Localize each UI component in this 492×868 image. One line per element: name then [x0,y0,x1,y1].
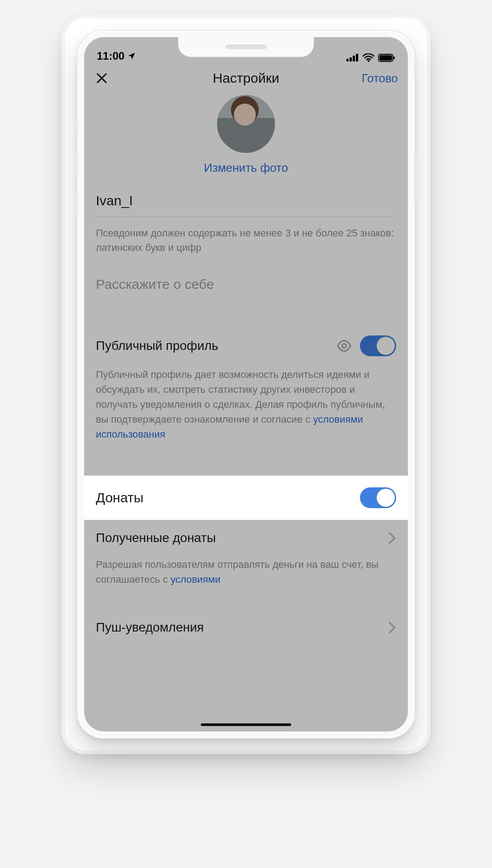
status-left: 11:00 [97,50,136,62]
device-side-button [75,117,78,135]
cellular-signal-icon [346,54,359,62]
svg-rect-3 [356,54,358,61]
svg-rect-0 [346,59,349,61]
donations-consent-text: Разрешая пользователям отправлять деньги… [84,556,408,597]
donations-row: Донаты [84,476,408,520]
svg-point-8 [342,344,346,348]
device-speaker [226,45,266,49]
username-help-text: Псевдоним должен содержать не менее 3 и … [96,217,396,259]
received-donations-label: Полученные донаты [96,531,216,545]
svg-rect-7 [393,57,395,59]
about-input[interactable] [96,259,396,304]
username-input[interactable] [96,178,396,217]
device-side-button [414,153,417,203]
donations-label: Донаты [96,490,143,505]
device-mockup: 11:00 [78,31,414,738]
username-section: Псевдоним должен содержать не менее 3 и … [84,178,408,304]
home-indicator [201,723,291,726]
public-profile-row: Публичный профиль [84,326,408,366]
device-side-button [75,148,78,180]
donations-consent-link[interactable]: условиями [170,574,220,585]
done-button[interactable]: Готово [362,71,398,85]
donations-toggle[interactable] [360,487,396,508]
below-highlight: Полученные донаты Разрешая пользователям… [84,520,408,646]
public-profile-label: Публичный профиль [96,339,218,353]
eye-icon [336,338,352,354]
push-notifications-row[interactable]: Пуш-уведомления [84,609,408,646]
wifi-icon [363,53,374,62]
chevron-right-icon [388,621,396,634]
close-button[interactable] [94,71,109,86]
change-photo-button[interactable]: Изменить фото [204,161,288,175]
battery-icon [378,54,395,62]
location-arrow-icon [127,52,136,61]
svg-rect-2 [353,56,355,61]
public-profile-toggle[interactable] [360,335,396,356]
avatar-section: Изменить фото [84,90,408,178]
svg-point-4 [368,60,369,62]
nav-bar: Настройки Готово [84,64,408,90]
svg-rect-6 [379,55,392,61]
chevron-right-icon [388,532,396,544]
device-side-button [75,189,78,221]
device-notch [178,37,314,57]
status-time: 11:00 [97,50,124,62]
svg-rect-1 [350,57,352,61]
screen: 11:00 [84,37,408,731]
status-right [346,53,395,62]
page-frame: 11:00 [65,18,427,750]
close-icon [95,72,108,85]
avatar[interactable] [217,95,275,153]
push-notifications-label: Пуш-уведомления [96,620,204,635]
page-title: Настройки [84,71,408,86]
received-donations-row[interactable]: Полученные донаты [84,520,408,556]
donations-consent-prefix: Разрешая пользователям отправлять деньги… [96,559,378,585]
public-profile-description: Публичный профиль дает возможность делит… [84,366,408,452]
